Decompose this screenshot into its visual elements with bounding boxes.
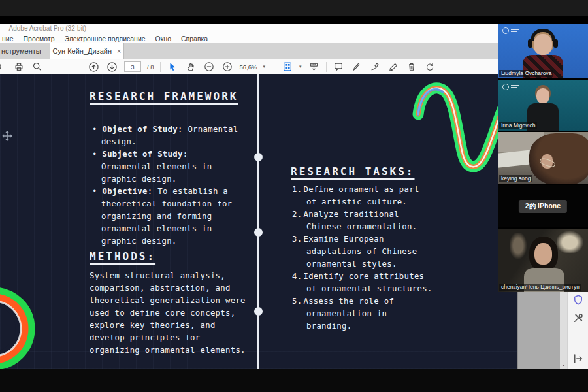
hand-tool-icon[interactable] — [185, 61, 197, 73]
menu-item-esign[interactable]: Электронное подписание — [64, 35, 145, 42]
zoom-dropdown-caret[interactable]: ▾ — [263, 64, 266, 69]
scroll-down-icon[interactable]: ⌄ — [561, 361, 566, 367]
shared-screen: - Adobe Acrobat Pro (32-bit) ние Просмот… — [0, 0, 588, 392]
security-shield-icon[interactable] — [572, 294, 584, 306]
highlight-pen-icon[interactable] — [351, 61, 363, 73]
tab-document[interactable]: Сун Кейн_Дизайн × — [50, 43, 124, 59]
ornament-ring-graphic — [0, 270, 78, 369]
next-page-icon[interactable] — [106, 61, 118, 73]
sidebar-divider — [571, 344, 585, 344]
university-logo — [502, 84, 519, 90]
tasks-title: RESEARCH TASKS: — [291, 164, 415, 180]
previous-page-icon[interactable] — [88, 61, 100, 73]
methods-title: METHODS: — [90, 249, 155, 265]
save-icon[interactable] — [0, 61, 7, 73]
print-icon[interactable] — [12, 61, 25, 73]
participant-tile-2[interactable]: Irina Migovich — [498, 80, 588, 131]
document-area: RESEARCH FRAMEWORK Object of Study: Orna… — [0, 74, 566, 369]
task-item: Define ornament as part of artistic cult… — [292, 184, 433, 208]
page-number-input[interactable]: 3 — [124, 61, 141, 72]
participant-avatar — [529, 133, 588, 184]
acrobat-window: - Adobe Acrobat Pro (32-bit) ние Просмот… — [0, 24, 566, 369]
framework-bullet: Object of Study: Ornamental design. — [92, 123, 240, 148]
comment-icon[interactable] — [333, 61, 345, 73]
pan-cursor-icon — [1, 130, 13, 144]
participants-panel: Liudmyla Ovcharova Irina Migovich keying… — [498, 24, 588, 292]
search-icon[interactable] — [31, 61, 43, 73]
task-item: Assess the role of ornamentation in bran… — [292, 295, 433, 333]
participant-name: chenziyanЧень Цзиянь_виступ — [499, 284, 581, 291]
zoom-level-value[interactable]: 56,6% — [240, 63, 257, 71]
task-item: Analyze traditional Chinese ornamentatio… — [292, 208, 433, 233]
pdf-slide-page: RESEARCH FRAMEWORK Object of Study: Orna… — [0, 74, 517, 369]
delete-icon[interactable] — [406, 61, 418, 73]
rotate-icon[interactable] — [424, 61, 436, 73]
university-logo — [502, 27, 519, 34]
page-view-icon[interactable] — [281, 61, 293, 73]
zoom-in-icon[interactable] — [221, 61, 234, 73]
letterbox-bottom — [0, 369, 588, 392]
toolbar-divider — [326, 62, 327, 72]
toolbar-pin-icon[interactable] — [308, 61, 320, 73]
letterbox-top — [0, 0, 588, 16]
framework-bullet: Subject of Study: Ornamental elements in… — [92, 148, 240, 186]
participant-name: Liudmyla Ovcharova — [499, 70, 553, 77]
stamp-icon[interactable] — [387, 61, 400, 73]
menu-bar: ние Просмотр Электронное подписание Окно… — [0, 33, 568, 43]
zoom-out-icon[interactable] — [203, 61, 216, 73]
timeline-dot — [254, 228, 263, 237]
menu-item-edit-cut[interactable]: ние — [2, 35, 14, 42]
tasks-list: Define ornament as part of artistic cult… — [292, 184, 433, 333]
participant-tile-1[interactable]: Liudmyla Ovcharova — [498, 24, 588, 78]
menu-item-help[interactable]: Справка — [181, 35, 208, 42]
sign-icon[interactable] — [369, 61, 382, 73]
page-total-label: / 8 — [147, 63, 154, 71]
participant-tile-3[interactable]: keying song — [498, 132, 588, 184]
toolbar: 3 / 8 56,6% ▾ — [0, 59, 566, 74]
tab-document-label: Сун Кейн_Дизайн — [53, 47, 112, 55]
tab-tools[interactable]: нструменты — [0, 43, 48, 59]
menu-item-window[interactable]: Окно — [155, 35, 171, 42]
collapse-panel-icon[interactable] — [572, 353, 584, 365]
tools-icon[interactable] — [572, 312, 584, 324]
framework-bullet: Objective: To establish a theoretical fo… — [92, 186, 240, 248]
participant-name: keying song — [499, 175, 532, 182]
methods-text: System–structural analysis, comparison, … — [90, 270, 254, 357]
participant-name: Irina Migovich — [499, 122, 537, 129]
select-tool-icon[interactable] — [167, 61, 179, 73]
toolbar-divider — [160, 62, 161, 72]
tab-close-icon[interactable]: × — [117, 47, 121, 55]
timeline-dot — [254, 153, 263, 161]
window-titlebar: - Adobe Acrobat Pro (32-bit) — [0, 24, 566, 33]
participant-name: 2的 iPhone — [519, 200, 567, 213]
participant-tile-5[interactable]: chenziyanЧень Цзиянь_виступ — [498, 229, 588, 292]
page-view-caret[interactable]: ▾ — [299, 64, 302, 69]
letterbox-top-black — [0, 16, 588, 24]
framework-title: RESEARCH FRAMEWORK — [90, 89, 253, 105]
window-title: - Adobe Acrobat Pro (32-bit) — [5, 25, 86, 32]
task-item: Identify core attributes of ornamental s… — [292, 270, 433, 295]
timeline-line — [257, 74, 259, 369]
task-item: Examine European adaptations of Chinese … — [292, 233, 433, 270]
tab-bar: нструменты Сун Кейн_Дизайн × — [0, 43, 566, 59]
timeline-dot — [254, 307, 263, 316]
framework-bullet-list: Object of Study: Ornamental design. Subj… — [92, 123, 240, 248]
participant-tile-4-camera-off[interactable]: 2的 iPhone — [498, 185, 588, 227]
menu-item-view[interactable]: Просмотр — [24, 35, 55, 42]
